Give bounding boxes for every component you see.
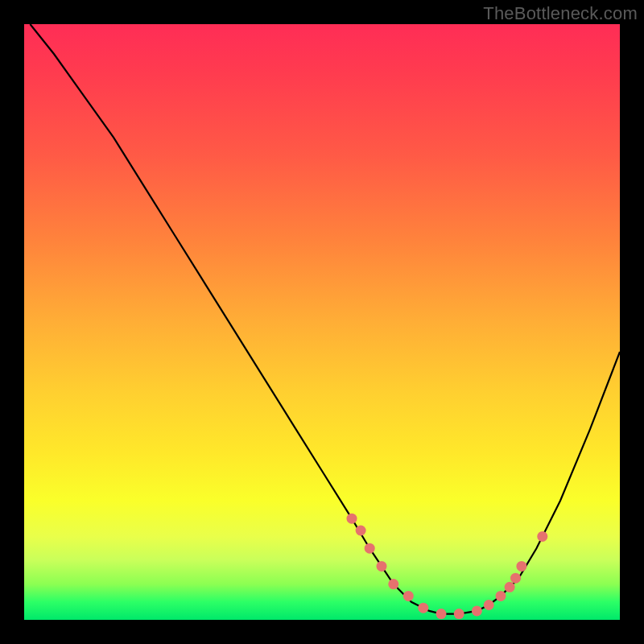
curve-marker [505, 582, 515, 592]
curve-marker [388, 579, 398, 589]
curve-marker [516, 561, 526, 572]
chart-frame: TheBottleneck.com [0, 0, 644, 644]
curve-marker [496, 591, 506, 601]
curve-marker [484, 600, 494, 610]
chart-svg [24, 24, 620, 620]
curve-marker [365, 543, 375, 554]
curve-marker [454, 609, 464, 619]
curve-marker [472, 605, 482, 616]
curve-marker [403, 591, 414, 601]
curve-marker [418, 603, 428, 613]
curve-marker [510, 573, 521, 584]
curve-marker [347, 514, 357, 524]
bottleneck-curve [30, 24, 620, 614]
curve-marker [436, 609, 447, 619]
curve-markers [347, 514, 548, 619]
curve-marker [537, 531, 547, 542]
curve-marker [377, 561, 387, 572]
plot-area [24, 24, 620, 620]
curve-marker [356, 526, 366, 536]
watermark-text: TheBottleneck.com [483, 3, 638, 24]
